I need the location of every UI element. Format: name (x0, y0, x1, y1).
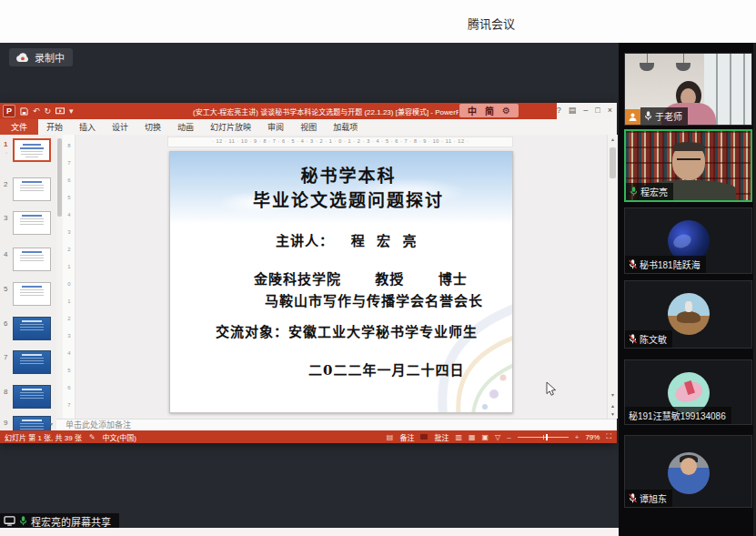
slide-thumbnail-panel: 1 ◦ 2 3 4 5 6 7 8 9 (0, 135, 57, 430)
recording-label: 录制中 (35, 50, 65, 65)
zoom-out-icon[interactable]: – (507, 433, 510, 441)
mic-on-icon (19, 516, 27, 526)
animation-indicator-icon: ◦ (5, 150, 7, 156)
normal-view-icon[interactable]: ▥ (455, 433, 462, 441)
powerpoint-window: P ↶ ↻ ▾ (安工大-程宏亮主讲) 谈谈秘书学本科论文选题与开题 (22.1… (0, 103, 617, 443)
zoom-in-icon[interactable]: + (575, 433, 580, 441)
thumbnail-scrollbar[interactable] (56, 135, 63, 419)
minimize-button[interactable]: – (583, 106, 588, 115)
mic-muted-icon (629, 334, 637, 344)
language-label[interactable]: 中文(中国) (103, 432, 136, 442)
comments-toggle-label[interactable]: 批注 (434, 432, 449, 442)
participant-name: 程宏亮 (640, 185, 668, 198)
meeting-titlebar: 腾讯会议 (0, 0, 756, 43)
ime-indicator[interactable]: 中 简 ⚙ (459, 104, 519, 117)
tile-wanghuimin[interactable]: 秘191汪慧敏199134086 (624, 359, 752, 425)
thumb-number: 6 (4, 319, 7, 328)
slide-title-line1: 秘书学本科 (170, 162, 512, 187)
ime-settings-gear-icon[interactable]: ⚙ (502, 106, 510, 116)
slide-speaker-line: 主讲人： 程 宏 亮 (170, 230, 513, 249)
ribbon-options-button[interactable]: ▤ (569, 106, 577, 115)
thumb-number: 4 (4, 250, 7, 258)
zoom-slider[interactable] (518, 437, 569, 438)
recording-badge[interactable]: 录制中 (9, 48, 73, 66)
comments-icon[interactable] (420, 434, 428, 440)
slide-thumbnail-1[interactable] (13, 138, 51, 162)
cloud-record-icon (15, 53, 30, 63)
spellcheck-icon[interactable]: ✎ (89, 433, 96, 441)
slide-counter: 幻灯片 第 1 张, 共 39 张 (5, 432, 82, 442)
tile-tanxudong[interactable]: 谭旭东 (624, 435, 752, 508)
slide-thumbnail-7[interactable] (13, 350, 51, 374)
undo-icon[interactable]: ↶ (33, 106, 40, 116)
fit-to-window-icon[interactable]: ⛶ (606, 432, 611, 441)
slide-thumbnail-5[interactable] (13, 282, 51, 306)
qat-customize-icon[interactable]: ▾ (69, 106, 74, 116)
tab-design[interactable]: 设计 (104, 119, 136, 135)
video-tile-chenghongliang[interactable]: 程宏亮 (624, 129, 752, 202)
scroll-up-icon[interactable]: ▴ (608, 136, 618, 142)
slide-thumbnail-9[interactable] (13, 416, 51, 430)
slide-thumbnail-2[interactable] (13, 177, 51, 201)
slide-sorter-view-icon[interactable]: ▦ (469, 433, 476, 441)
tab-animations[interactable]: 动画 (169, 119, 202, 135)
zoom-level[interactable]: 79% (585, 433, 600, 441)
slide-canvas[interactable]: 秘书学本科 毕业论文选题问题探讨 主讲人： 程 宏 亮 金陵科技学院 教授 博士… (169, 151, 513, 413)
vertical-ruler: 8 7 6 5 4 3 2 1 0 1 2 3 4 5 6 7 8 (63, 135, 76, 419)
slide-affiliation-line2: 马鞍山市写作与传播学会名誉会长 (170, 290, 513, 309)
redo-icon[interactable]: ↻ (45, 106, 52, 116)
notes-toggle-icon[interactable]: ▤ (387, 433, 394, 441)
slide-date-line: 二0二二年一月二十四日 (170, 359, 513, 379)
mic-speaking-icon (630, 187, 638, 197)
participant-name-label: 于老师 (640, 107, 688, 125)
slide-thumbnail-4[interactable] (13, 248, 51, 271)
tab-insert[interactable]: 插入 (71, 119, 104, 135)
participant-name-label: 秘191汪慧敏199134086 (625, 407, 731, 424)
ime-lang[interactable]: 中 (468, 104, 477, 117)
tab-addins[interactable]: 加载项 (325, 119, 366, 135)
scrollbar-thumb[interactable] (610, 147, 616, 178)
thumb-number: 8 (4, 388, 7, 396)
slide-thumbnail-6[interactable] (13, 317, 51, 340)
tab-file[interactable]: 文件 (0, 119, 38, 135)
mic-on-icon (644, 111, 652, 121)
help-button[interactable]: ? (557, 106, 561, 115)
start-slideshow-icon[interactable] (55, 107, 65, 116)
thumb-number: 7 (4, 353, 7, 361)
save-icon[interactable] (20, 107, 28, 116)
video-tile-yulaoshi[interactable]: 于老师 (624, 53, 752, 126)
participant-name-label: 谭旭东 (625, 490, 672, 507)
previous-slide-button[interactable]: ▲ (609, 402, 617, 410)
slide-thumbnail-8[interactable] (13, 385, 51, 409)
thumb-number: 2 (4, 180, 7, 188)
tab-view[interactable]: 视图 (292, 119, 325, 135)
tab-transitions[interactable]: 切换 (136, 119, 169, 135)
tab-home[interactable]: 开始 (38, 119, 71, 135)
slideshow-view-icon[interactable]: ▽ (495, 433, 500, 441)
participant-name-label: 陈文敏 (625, 330, 672, 348)
restore-button[interactable]: □ (595, 106, 600, 115)
close-button[interactable]: × (608, 106, 612, 115)
ime-mode[interactable]: 简 (485, 104, 494, 117)
screen-share-bar: 程宏亮的屏幕共享 (0, 513, 119, 529)
notes-pane[interactable]: 单击此处添加备注 (56, 419, 617, 430)
tile-luyuehai[interactable]: 秘书181陆跃海 (624, 207, 752, 274)
tab-review[interactable]: 审阅 (259, 119, 292, 135)
notes-collapse-icon[interactable]: ▾ (50, 420, 53, 427)
thumb-number: 5 (4, 285, 7, 293)
screen-icon (4, 516, 15, 526)
next-slide-button[interactable]: ▼ (609, 410, 617, 418)
tab-slideshow[interactable]: 幻灯片放映 (202, 119, 259, 135)
notes-toggle-label[interactable]: 备注 (399, 432, 414, 442)
scroll-down-icon[interactable]: ▾ (608, 391, 618, 398)
meeting-title: 腾讯会议 (437, 15, 546, 32)
slide-scrollbar[interactable]: ▴ ▾ ▲ ▼ (607, 135, 618, 419)
slide-thumbnail-3[interactable] (13, 211, 51, 235)
thumb-number: 1 (4, 140, 7, 148)
tile-chenwenmin[interactable]: 陈文敏 (624, 280, 752, 349)
ppt-window-title: (安工大-程宏亮主讲) 谈谈秘书学本科论文选题与开题 (22.1.23) [兼容… (193, 106, 459, 116)
thumb-number: 3 (4, 214, 7, 222)
horizontal-ruler: · 12 · 11 · 10 · 9 · 8 · 7 · 6 · 5 · 4 ·… (167, 137, 513, 147)
reading-view-icon[interactable]: ▣ (482, 433, 489, 441)
participant-name: 秘191汪慧敏199134086 (629, 409, 726, 422)
